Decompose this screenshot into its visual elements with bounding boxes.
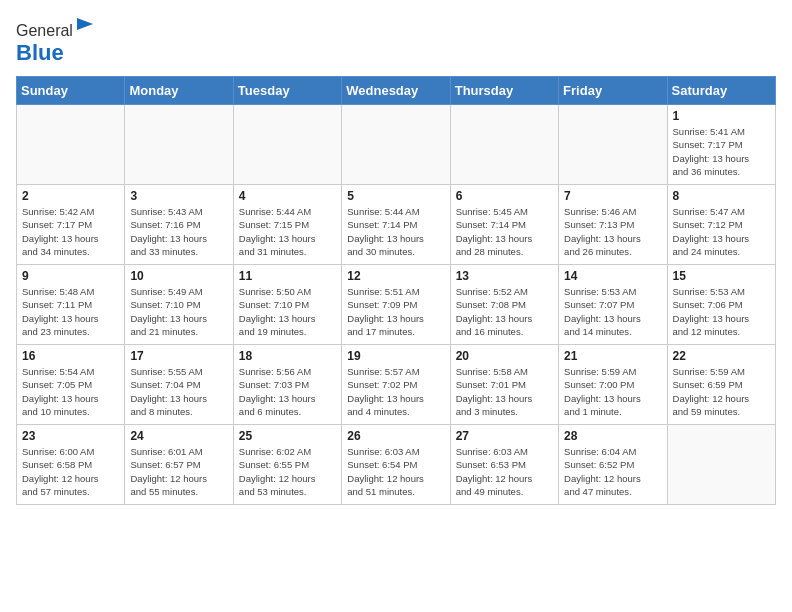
calendar-cell: 24Sunrise: 6:01 AM Sunset: 6:57 PM Dayli…	[125, 425, 233, 505]
day-info: Sunrise: 5:44 AM Sunset: 7:15 PM Dayligh…	[239, 205, 336, 258]
day-info: Sunrise: 5:58 AM Sunset: 7:01 PM Dayligh…	[456, 365, 553, 418]
weekday-header-saturday: Saturday	[667, 77, 775, 105]
day-info: Sunrise: 5:42 AM Sunset: 7:17 PM Dayligh…	[22, 205, 119, 258]
weekday-header-friday: Friday	[559, 77, 667, 105]
weekday-header-tuesday: Tuesday	[233, 77, 341, 105]
day-number: 6	[456, 189, 553, 203]
calendar-cell: 10Sunrise: 5:49 AM Sunset: 7:10 PM Dayli…	[125, 265, 233, 345]
weekday-header-thursday: Thursday	[450, 77, 558, 105]
calendar-cell: 13Sunrise: 5:52 AM Sunset: 7:08 PM Dayli…	[450, 265, 558, 345]
calendar-cell: 5Sunrise: 5:44 AM Sunset: 7:14 PM Daylig…	[342, 185, 450, 265]
weekday-header-wednesday: Wednesday	[342, 77, 450, 105]
calendar-cell: 15Sunrise: 5:53 AM Sunset: 7:06 PM Dayli…	[667, 265, 775, 345]
day-info: Sunrise: 5:41 AM Sunset: 7:17 PM Dayligh…	[673, 125, 770, 178]
day-info: Sunrise: 5:49 AM Sunset: 7:10 PM Dayligh…	[130, 285, 227, 338]
calendar-week-row: 1Sunrise: 5:41 AM Sunset: 7:17 PM Daylig…	[17, 105, 776, 185]
day-info: Sunrise: 5:51 AM Sunset: 7:09 PM Dayligh…	[347, 285, 444, 338]
calendar-cell: 25Sunrise: 6:02 AM Sunset: 6:55 PM Dayli…	[233, 425, 341, 505]
calendar-cell: 26Sunrise: 6:03 AM Sunset: 6:54 PM Dayli…	[342, 425, 450, 505]
logo-blue-text: Blue	[16, 40, 64, 65]
day-info: Sunrise: 5:53 AM Sunset: 7:07 PM Dayligh…	[564, 285, 661, 338]
day-number: 10	[130, 269, 227, 283]
calendar-cell	[559, 105, 667, 185]
calendar-cell: 4Sunrise: 5:44 AM Sunset: 7:15 PM Daylig…	[233, 185, 341, 265]
day-number: 27	[456, 429, 553, 443]
logo-general-text: General	[16, 22, 73, 39]
day-info: Sunrise: 5:45 AM Sunset: 7:14 PM Dayligh…	[456, 205, 553, 258]
calendar-cell: 11Sunrise: 5:50 AM Sunset: 7:10 PM Dayli…	[233, 265, 341, 345]
weekday-header-row: SundayMondayTuesdayWednesdayThursdayFrid…	[17, 77, 776, 105]
calendar-cell: 9Sunrise: 5:48 AM Sunset: 7:11 PM Daylig…	[17, 265, 125, 345]
day-info: Sunrise: 5:50 AM Sunset: 7:10 PM Dayligh…	[239, 285, 336, 338]
day-info: Sunrise: 6:02 AM Sunset: 6:55 PM Dayligh…	[239, 445, 336, 498]
day-info: Sunrise: 5:57 AM Sunset: 7:02 PM Dayligh…	[347, 365, 444, 418]
day-number: 22	[673, 349, 770, 363]
day-info: Sunrise: 5:54 AM Sunset: 7:05 PM Dayligh…	[22, 365, 119, 418]
day-info: Sunrise: 5:59 AM Sunset: 7:00 PM Dayligh…	[564, 365, 661, 418]
calendar-cell: 1Sunrise: 5:41 AM Sunset: 7:17 PM Daylig…	[667, 105, 775, 185]
calendar-week-row: 9Sunrise: 5:48 AM Sunset: 7:11 PM Daylig…	[17, 265, 776, 345]
day-number: 3	[130, 189, 227, 203]
calendar-cell: 17Sunrise: 5:55 AM Sunset: 7:04 PM Dayli…	[125, 345, 233, 425]
calendar-cell: 19Sunrise: 5:57 AM Sunset: 7:02 PM Dayli…	[342, 345, 450, 425]
day-info: Sunrise: 5:43 AM Sunset: 7:16 PM Dayligh…	[130, 205, 227, 258]
calendar-cell	[450, 105, 558, 185]
day-number: 23	[22, 429, 119, 443]
day-number: 14	[564, 269, 661, 283]
logo-flag-icon	[75, 16, 95, 36]
day-info: Sunrise: 5:44 AM Sunset: 7:14 PM Dayligh…	[347, 205, 444, 258]
day-info: Sunrise: 5:47 AM Sunset: 7:12 PM Dayligh…	[673, 205, 770, 258]
day-info: Sunrise: 6:03 AM Sunset: 6:54 PM Dayligh…	[347, 445, 444, 498]
day-info: Sunrise: 5:46 AM Sunset: 7:13 PM Dayligh…	[564, 205, 661, 258]
day-number: 11	[239, 269, 336, 283]
day-number: 7	[564, 189, 661, 203]
day-info: Sunrise: 6:00 AM Sunset: 6:58 PM Dayligh…	[22, 445, 119, 498]
day-info: Sunrise: 5:59 AM Sunset: 6:59 PM Dayligh…	[673, 365, 770, 418]
day-number: 17	[130, 349, 227, 363]
day-info: Sunrise: 6:03 AM Sunset: 6:53 PM Dayligh…	[456, 445, 553, 498]
calendar-cell	[342, 105, 450, 185]
calendar-table: SundayMondayTuesdayWednesdayThursdayFrid…	[16, 76, 776, 505]
logo: General Blue	[16, 16, 95, 66]
day-number: 15	[673, 269, 770, 283]
day-number: 19	[347, 349, 444, 363]
day-number: 13	[456, 269, 553, 283]
calendar-cell: 3Sunrise: 5:43 AM Sunset: 7:16 PM Daylig…	[125, 185, 233, 265]
svg-marker-0	[77, 18, 93, 30]
day-number: 4	[239, 189, 336, 203]
calendar-cell: 7Sunrise: 5:46 AM Sunset: 7:13 PM Daylig…	[559, 185, 667, 265]
day-number: 8	[673, 189, 770, 203]
calendar-cell	[17, 105, 125, 185]
day-number: 21	[564, 349, 661, 363]
weekday-header-monday: Monday	[125, 77, 233, 105]
calendar-cell	[233, 105, 341, 185]
calendar-cell: 20Sunrise: 5:58 AM Sunset: 7:01 PM Dayli…	[450, 345, 558, 425]
day-number: 5	[347, 189, 444, 203]
calendar-cell: 28Sunrise: 6:04 AM Sunset: 6:52 PM Dayli…	[559, 425, 667, 505]
page-header: General Blue	[16, 16, 776, 66]
day-number: 18	[239, 349, 336, 363]
day-info: Sunrise: 5:55 AM Sunset: 7:04 PM Dayligh…	[130, 365, 227, 418]
calendar-cell	[125, 105, 233, 185]
calendar-cell: 2Sunrise: 5:42 AM Sunset: 7:17 PM Daylig…	[17, 185, 125, 265]
day-info: Sunrise: 6:01 AM Sunset: 6:57 PM Dayligh…	[130, 445, 227, 498]
calendar-cell: 18Sunrise: 5:56 AM Sunset: 7:03 PM Dayli…	[233, 345, 341, 425]
weekday-header-sunday: Sunday	[17, 77, 125, 105]
calendar-week-row: 2Sunrise: 5:42 AM Sunset: 7:17 PM Daylig…	[17, 185, 776, 265]
calendar-cell: 27Sunrise: 6:03 AM Sunset: 6:53 PM Dayli…	[450, 425, 558, 505]
day-info: Sunrise: 5:48 AM Sunset: 7:11 PM Dayligh…	[22, 285, 119, 338]
day-info: Sunrise: 5:52 AM Sunset: 7:08 PM Dayligh…	[456, 285, 553, 338]
day-number: 24	[130, 429, 227, 443]
calendar-cell: 16Sunrise: 5:54 AM Sunset: 7:05 PM Dayli…	[17, 345, 125, 425]
day-info: Sunrise: 5:53 AM Sunset: 7:06 PM Dayligh…	[673, 285, 770, 338]
calendar-cell: 6Sunrise: 5:45 AM Sunset: 7:14 PM Daylig…	[450, 185, 558, 265]
calendar-week-row: 16Sunrise: 5:54 AM Sunset: 7:05 PM Dayli…	[17, 345, 776, 425]
calendar-cell: 12Sunrise: 5:51 AM Sunset: 7:09 PM Dayli…	[342, 265, 450, 345]
calendar-cell	[667, 425, 775, 505]
day-number: 1	[673, 109, 770, 123]
day-number: 20	[456, 349, 553, 363]
calendar-cell: 22Sunrise: 5:59 AM Sunset: 6:59 PM Dayli…	[667, 345, 775, 425]
day-number: 9	[22, 269, 119, 283]
calendar-cell: 21Sunrise: 5:59 AM Sunset: 7:00 PM Dayli…	[559, 345, 667, 425]
calendar-cell: 23Sunrise: 6:00 AM Sunset: 6:58 PM Dayli…	[17, 425, 125, 505]
